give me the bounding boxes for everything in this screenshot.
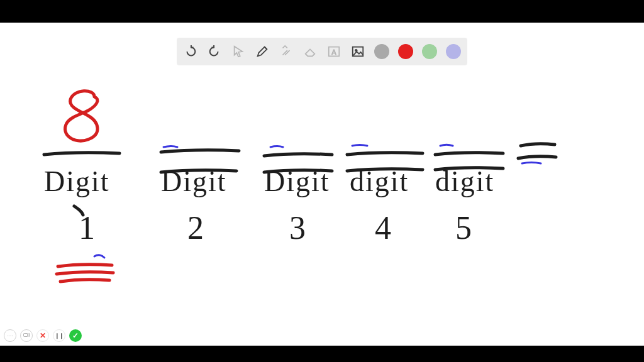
slot-1-value — [65, 91, 98, 141]
slot-4: digit 4 — [347, 145, 423, 246]
recording-controls: ⋯ ✕ ❙❙ ✓ — [4, 329, 82, 342]
slot-1-underline — [57, 265, 113, 282]
slot-3: Digit 3 — [264, 146, 332, 246]
stray-mark — [94, 255, 104, 258]
equals-sign — [518, 144, 556, 163]
slot-4-sub: 4 — [375, 210, 392, 246]
pause-icon: ❙❙ — [55, 332, 64, 339]
whiteboard-stage: A — [0, 23, 644, 346]
slot-5-label: digit — [435, 165, 494, 197]
rec-close-button[interactable]: ✕ — [36, 329, 49, 342]
letterbox-bottom — [0, 346, 644, 362]
slot-2-label: Digit — [161, 165, 227, 197]
slot-1-label: Digit — [44, 165, 110, 197]
slot-5: digit 5 — [435, 145, 503, 246]
rec-done-button[interactable]: ✓ — [69, 329, 82, 342]
slot-3-sub: 3 — [289, 210, 307, 246]
check-icon: ✓ — [72, 331, 79, 340]
letterbox-top — [0, 0, 644, 23]
slot-1: Digit 1 — [44, 153, 119, 246]
slot-2: Digit 2 — [161, 146, 239, 246]
slot-4-label: digit — [350, 165, 409, 197]
slot-1-sub: 1 — [79, 210, 96, 246]
svg-rect-5 — [24, 334, 28, 337]
handwriting-canvas[interactable]: Digit 1 Digit 2 Digit 3 — [0, 23, 644, 346]
slot-2-sub: 2 — [187, 210, 205, 246]
camera-icon — [23, 331, 30, 340]
rec-more-button[interactable]: ⋯ — [4, 329, 16, 342]
rec-camera-button[interactable] — [20, 329, 33, 342]
slot-5-sub: 5 — [455, 210, 473, 246]
close-icon: ✕ — [40, 331, 46, 340]
slot-3-label: Digit — [264, 165, 330, 197]
more-icon: ⋯ — [7, 332, 13, 339]
rec-pause-button[interactable]: ❙❙ — [53, 329, 65, 342]
